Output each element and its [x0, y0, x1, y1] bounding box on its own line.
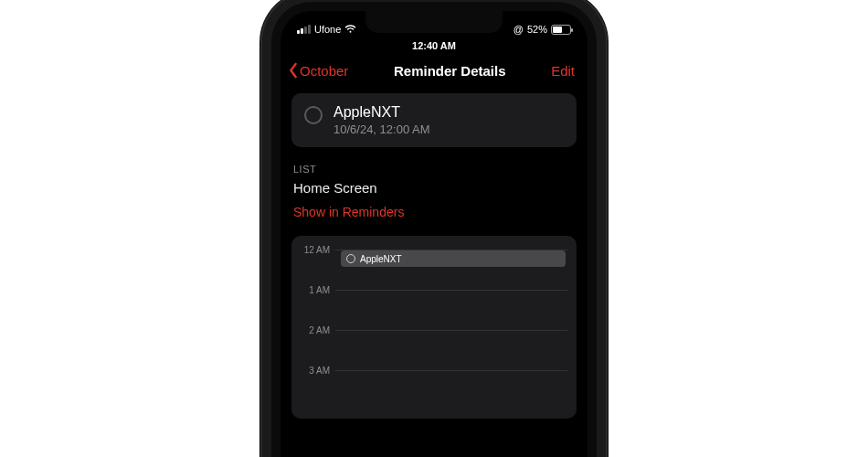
edit-button[interactable]: Edit	[551, 63, 575, 79]
hour-label: 12 AM	[301, 243, 335, 255]
status-right: @ 52%	[513, 24, 571, 35]
screen: Ufone @ 52% 12:40 AM Octo	[281, 11, 587, 457]
timeline[interactable]: AppleNXT 12 AM 1 AM 2 AM 3 AM	[291, 236, 577, 419]
notch	[365, 11, 503, 33]
hour-label: 3 AM	[301, 364, 335, 376]
reminder-card[interactable]: AppleNXT 10/6/24, 12:00 AM	[291, 93, 577, 147]
hour-line	[335, 330, 567, 331]
at-icon: @	[513, 24, 524, 35]
back-button[interactable]: October	[288, 62, 348, 79]
hour-row: 1 AM	[291, 283, 577, 324]
reminder-text: AppleNXT 10/6/24, 12:00 AM	[333, 104, 430, 136]
wifi-icon	[344, 25, 356, 34]
hour-line	[335, 250, 567, 250]
hour-row: 2 AM	[291, 324, 577, 364]
page-title: Reminder Details	[394, 63, 506, 79]
carrier-label: Ufone	[314, 24, 341, 35]
hour-line	[335, 370, 567, 371]
phone-frame: Ufone @ 52% 12:40 AM Octo	[260, 0, 608, 457]
hour-line	[335, 290, 567, 291]
list-value[interactable]: Home Screen	[293, 180, 575, 196]
reminder-title: AppleNXT	[333, 104, 430, 121]
list-header: LIST	[293, 164, 575, 175]
battery-icon	[551, 25, 571, 35]
chevron-left-icon	[288, 62, 299, 79]
complete-radio[interactable]	[304, 106, 323, 124]
status-left: Ufone	[297, 24, 356, 35]
list-section: LIST Home Screen Show in Reminders	[293, 164, 575, 219]
hour-row: 12 AM	[291, 243, 577, 283]
hour-label: 2 AM	[301, 324, 335, 335]
hour-label: 1 AM	[301, 283, 335, 295]
show-in-reminders-link[interactable]: Show in Reminders	[293, 205, 575, 219]
battery-pct: 52%	[527, 24, 547, 35]
reminder-datetime: 10/6/24, 12:00 AM	[333, 122, 430, 136]
back-label: October	[300, 63, 348, 79]
signal-icon	[297, 25, 311, 34]
hour-row: 3 AM	[291, 364, 577, 404]
phone-inner: Ufone @ 52% 12:40 AM Octo	[271, 2, 597, 457]
